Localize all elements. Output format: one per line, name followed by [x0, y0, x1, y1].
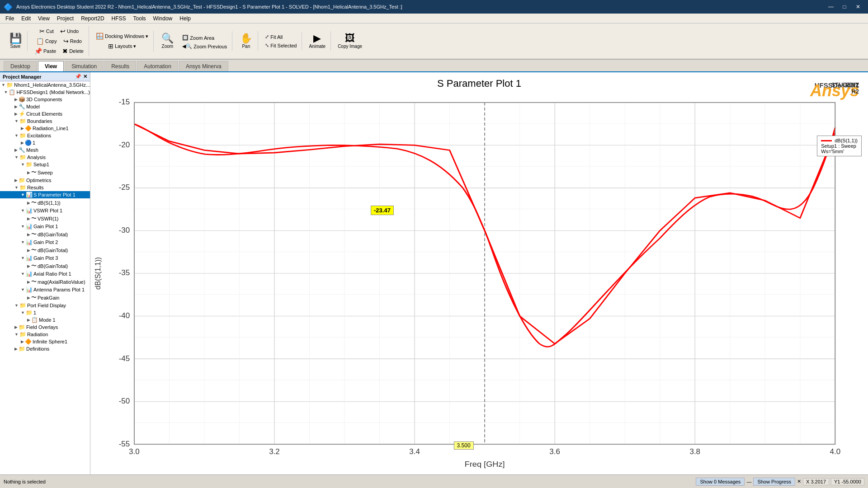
- tab-results[interactable]: Results: [104, 61, 136, 71]
- menu-item-window[interactable]: Window: [150, 14, 176, 23]
- tree-item-model[interactable]: ▶🔧Model: [0, 103, 90, 110]
- docking-windows-button[interactable]: 🪟 Docking Windows ▾: [94, 32, 151, 41]
- copy-button[interactable]: 📋 Copy: [34, 37, 59, 46]
- tree-item-exc1[interactable]: ▶🔵1: [0, 139, 90, 146]
- close-button[interactable]: ✕: [852, 2, 864, 11]
- tree-item-gain2[interactable]: ▼📊Gain Plot 2: [0, 239, 90, 246]
- tree-label-dbs11: dB(S(1,1)): [38, 200, 61, 206]
- tree-icon-3dcomponents: 📦: [19, 96, 25, 103]
- minimize-button[interactable]: —: [825, 2, 837, 11]
- tree-arrow-project: ▼: [1, 83, 5, 87]
- menu-item-hfss[interactable]: HFSS: [108, 14, 130, 23]
- svg-text:-30: -30: [119, 226, 130, 234]
- copy-image-button[interactable]: 🖼 Copy Image: [335, 32, 364, 50]
- tree-item-peakgain[interactable]: ▶〜PeakGain: [0, 293, 90, 302]
- tree-item-optimetrics[interactable]: ▶📁Optimetrics: [0, 177, 90, 184]
- tab-desktop[interactable]: Desktop: [4, 61, 37, 71]
- menu-item-report2d[interactable]: Report2D: [77, 14, 108, 23]
- tree-item-results[interactable]: ▼📁Results: [0, 184, 90, 191]
- tab-view[interactable]: View: [38, 61, 64, 71]
- tree-item-analysis[interactable]: ▼📁Analysis: [0, 154, 90, 161]
- tree-icon-portfield: 📁: [19, 302, 26, 309]
- tree-item-axial[interactable]: ▼📊Axial Ratio Plot 1: [0, 270, 90, 277]
- tree-arrow-portfield: ▼: [14, 303, 19, 308]
- tab-automation[interactable]: Automation: [137, 61, 178, 71]
- tree-item-mag[interactable]: ▶〜mag(AxialRatioValue): [0, 277, 90, 286]
- fit-selected-button[interactable]: ⤡ Fit Selected: [263, 42, 299, 49]
- tree-item-gain1[interactable]: ▼📊Gain Plot 1: [0, 223, 90, 230]
- tree-item-mode1[interactable]: ▶📋Mode 1: [0, 316, 90, 324]
- tree-item-boundaries[interactable]: ▼📁Boundaries: [0, 117, 90, 125]
- close-status-icon[interactable]: ✕: [797, 479, 801, 484]
- show-messages-button[interactable]: Show 0 Messages: [696, 478, 745, 486]
- sidebar-close-icon[interactable]: ✕: [83, 74, 87, 80]
- tree-item-3dcomponents[interactable]: ▶📦3D Components: [0, 96, 90, 103]
- tree-item-definitions[interactable]: ▶📁Definitions: [0, 345, 90, 352]
- tree-arrow-analysis: ▼: [14, 155, 19, 160]
- tree-item-mesh[interactable]: ▶🔧Mesh: [0, 146, 90, 154]
- menu-item-view[interactable]: View: [34, 14, 53, 23]
- tree-item-radiation[interactable]: ▼📁Radiation: [0, 331, 90, 338]
- tree-label-model: Model: [26, 104, 40, 109]
- menu-item-project[interactable]: Project: [53, 14, 77, 23]
- zoom-button[interactable]: 🔍 Zoom: [158, 32, 176, 50]
- animate-button[interactable]: ▶ Animate: [307, 32, 328, 50]
- tree-item-gain3[interactable]: ▼📊Gain Plot 3: [0, 254, 90, 262]
- show-progress-button[interactable]: Show Progress: [753, 478, 795, 486]
- undo-button[interactable]: ↩ Undo: [58, 27, 81, 36]
- cut-button[interactable]: ✂ Cut: [37, 27, 56, 36]
- zoom-previous-button[interactable]: ◀🔍 Zoom Previous: [180, 42, 229, 50]
- tree-item-dbtotal1[interactable]: ▶〜dB(GainTotal): [0, 230, 90, 239]
- plot-area[interactable]: S Parameter Plot 1 HFSSDesign1 Ansys 202…: [90, 72, 868, 474]
- tree-item-project[interactable]: ▼📁Nhom1_HelicalAntenna_3.5GHz...: [0, 81, 90, 89]
- tree-icon-circuit: ⚡: [19, 111, 25, 117]
- tree-item-setup1[interactable]: ▼📁Setup1: [0, 161, 90, 168]
- tree-item-infsphere[interactable]: ▶🔶Infinite Sphere1: [0, 338, 90, 345]
- tree-item-fieldoverlays[interactable]: ▶📁Field Overlays: [0, 324, 90, 331]
- tree-item-vswr1[interactable]: ▶〜VSWR(1): [0, 214, 90, 223]
- tree-icon-radiation1: 🔶: [25, 125, 32, 131]
- tree-item-dbs11[interactable]: ▶〜dB(S(1,1)): [0, 198, 90, 207]
- tree-label-exc1: 1: [33, 140, 35, 145]
- tree-item-dbtotal2[interactable]: ▶〜dB(GainTotal): [0, 246, 90, 254]
- tree-arrow-mesh: ▶: [14, 148, 18, 152]
- svg-text:-40: -40: [119, 312, 130, 319]
- menu-item-edit[interactable]: Edit: [18, 14, 34, 23]
- maximize-button[interactable]: □: [838, 2, 851, 11]
- tree-arrow-sparam: ▼: [21, 192, 25, 197]
- tree-item-design[interactable]: ▼📋HFSSDesign1 (Modal Network...): [0, 89, 90, 96]
- fit-all-button[interactable]: ⤢ Fit All: [263, 33, 299, 41]
- menu-item-file[interactable]: File: [2, 14, 18, 23]
- tree-arrow-mag: ▶: [27, 280, 30, 284]
- tree-item-excitations[interactable]: ▼📁Excitations: [0, 132, 90, 139]
- tree-arrow-radiation1: ▶: [21, 126, 24, 131]
- main-content: Project Manager 📌 ✕ ▼📁Nhom1_HelicalAnten…: [0, 72, 868, 474]
- tab-bar: DesktopViewSimulationResultsAutomationAn…: [0, 60, 868, 72]
- y-coord-display: Y1 -55.0000: [831, 478, 864, 485]
- tree-item-dbtotal3[interactable]: ▶〜dB(GainTotal): [0, 262, 90, 270]
- menu-item-tools[interactable]: Tools: [130, 14, 150, 23]
- redo-button[interactable]: ↪ Redo: [61, 37, 84, 46]
- tree-item-vswr[interactable]: ▼📊VSWR Plot 1: [0, 207, 90, 214]
- tree-item-sweep[interactable]: ▶〜Sweep: [0, 168, 90, 177]
- paste-button[interactable]: 📌 Paste: [32, 47, 58, 56]
- pan-button[interactable]: ✋ Pan: [237, 32, 255, 50]
- delete-button[interactable]: ✖ Delete: [60, 47, 86, 56]
- tree-item-pf1[interactable]: ▼📁1: [0, 309, 90, 316]
- tree-icon-gain1: 📊: [26, 223, 33, 230]
- tree-arrow-design: ▼: [4, 90, 8, 94]
- zoom-area-button[interactable]: 🔲 Zoom Area: [180, 34, 229, 42]
- tree-item-antenna[interactable]: ▼📊Antenna Params Plot 1: [0, 286, 90, 293]
- tree-item-sparam[interactable]: ▼📊S Parameter Plot 1: [0, 191, 90, 198]
- tree-item-radiation1[interactable]: ▶🔶Radiation_Line1: [0, 125, 90, 132]
- tree-label-fieldoverlays: Field Overlays: [26, 324, 58, 330]
- tree-item-circuit[interactable]: ▶⚡Circuit Elements: [0, 110, 90, 117]
- tree-item-portfield[interactable]: ▼📁Port Field Display: [0, 302, 90, 309]
- save-button[interactable]: 💾 Save: [6, 32, 24, 50]
- layouts-button[interactable]: ⊞ Layouts ▾: [106, 42, 139, 51]
- tab-simulation[interactable]: Simulation: [65, 61, 104, 71]
- tree-icon-definitions: 📁: [19, 346, 25, 352]
- tab-ansys-minerva[interactable]: Ansys Minerva: [179, 61, 228, 71]
- menu-item-help[interactable]: Help: [176, 14, 194, 23]
- sidebar-pin-icon[interactable]: 📌: [75, 74, 81, 80]
